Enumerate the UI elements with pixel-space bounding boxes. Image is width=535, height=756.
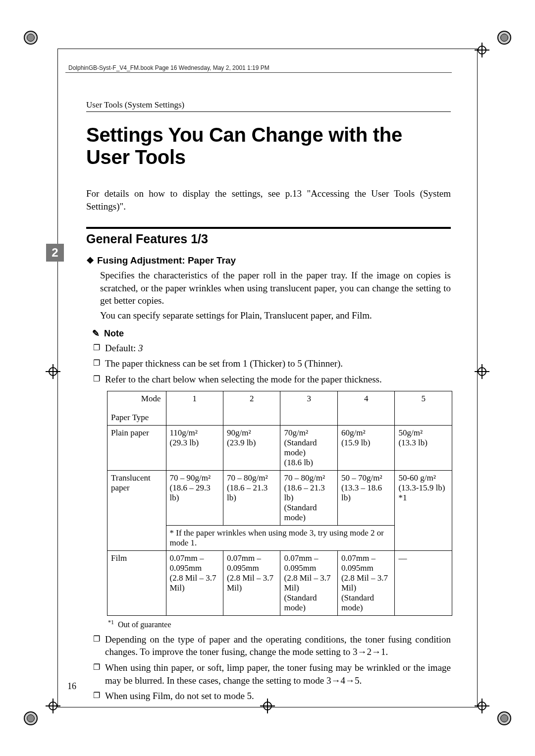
table-cell: 110g/m² (29.3 lb) bbox=[166, 425, 223, 470]
table-cell: 70g/m² (Standard mode) (18.6 lb) bbox=[280, 425, 337, 470]
table-cell: 70 – 80g/m² (18.6 – 21.3 lb) bbox=[223, 470, 280, 525]
page-content: DolphinGB-Syst-F_V4_FM.book Page 16 Wedn… bbox=[86, 64, 451, 705]
table-cell: 90g/m² (23.9 lb) bbox=[223, 425, 280, 470]
feature-paragraph: Specifies the characteristics of the pap… bbox=[100, 269, 451, 307]
intro-paragraph: For details on how to display the settin… bbox=[86, 187, 451, 213]
table-row-label: Film bbox=[107, 550, 166, 615]
table-cell: 50g/m² (13.3 lb) bbox=[395, 425, 452, 470]
section-heading: General Features 1/3 bbox=[86, 227, 451, 246]
footnote-marker: *1 bbox=[108, 619, 114, 626]
footnote-text: Out of guarantee bbox=[118, 620, 171, 629]
note-item: Default: 3 bbox=[93, 342, 451, 355]
table-header-col: 4 bbox=[337, 391, 394, 425]
note-heading: ✎ Note bbox=[92, 328, 451, 339]
page-number: 16 bbox=[67, 681, 76, 692]
diamond-icon: ❖ bbox=[86, 255, 94, 266]
table-cell: 0.07mm – 0.095mm (2.8 Mil – 3.7 Mil) bbox=[223, 550, 280, 615]
feature-paragraph: You can specify separate settings for Pl… bbox=[100, 309, 451, 322]
table-header-col: 1 bbox=[166, 391, 223, 425]
note-item: When using thin paper, or soft, limp pap… bbox=[93, 661, 451, 687]
table-row-label: Plain paper bbox=[107, 425, 166, 470]
feature-heading-text: Fusing Adjustment: Paper Tray bbox=[97, 255, 236, 266]
table-row: Film 0.07mm – 0.095mm (2.8 Mil – 3.7 Mil… bbox=[107, 550, 452, 615]
section-title: General Features 1/3 bbox=[86, 232, 451, 246]
table-header: Mode Paper Type bbox=[107, 391, 166, 425]
table-row: Translucent paper 70 – 90g/m² (18.6 – 29… bbox=[107, 470, 452, 525]
note-text: Default: bbox=[105, 343, 138, 353]
table-row: Plain paper 110g/m² (29.3 lb) 90g/m² (23… bbox=[107, 425, 452, 470]
table-cell: 50 – 70g/m² (13.3 – 18.6 lb) bbox=[337, 470, 394, 525]
note-item: The paper thickness can be set from 1 (T… bbox=[93, 357, 451, 370]
table-header-col: 5 bbox=[395, 391, 452, 425]
table-merged-note: * If the paper wrinkles when using mode … bbox=[166, 525, 395, 550]
note-item: Depending on the type of paper and the o… bbox=[93, 633, 451, 658]
table-cell: 0.07mm – 0.095mm (2.8 Mil – 3.7 Mil) (St… bbox=[337, 550, 394, 615]
table-cell: 70 – 80g/m² (18.6 – 21.3 lb) (Standard m… bbox=[280, 470, 337, 525]
mode-table: Mode Paper Type 1 2 3 4 5 Plain paper 11… bbox=[107, 391, 452, 616]
book-header: DolphinGB-Syst-F_V4_FM.book Page 16 Wedn… bbox=[65, 64, 452, 73]
table-cell: 70 – 90g/m² (18.6 – 29.3 lb) bbox=[166, 470, 223, 525]
table-header-col: 2 bbox=[223, 391, 280, 425]
note-label: Note bbox=[104, 328, 124, 338]
chapter-tab: 2 bbox=[46, 244, 64, 262]
footnote: *1 Out of guarantee bbox=[108, 619, 451, 629]
note-item: Refer to the chart below when selecting … bbox=[93, 373, 451, 386]
registration-mark-icon bbox=[24, 711, 38, 725]
table-cell: — bbox=[395, 550, 452, 615]
page-title: Settings You Can Change with the User To… bbox=[86, 124, 451, 168]
registration-mark-icon bbox=[497, 711, 511, 725]
table-cell: 50-60 g/m² (13.3-15.9 lb) *1 bbox=[395, 470, 452, 550]
feature-heading: ❖Fusing Adjustment: Paper Tray bbox=[86, 255, 451, 266]
table-cell: 0.07mm – 0.095mm (2.8 Mil – 3.7 Mil) (St… bbox=[280, 550, 337, 615]
registration-mark-icon bbox=[497, 31, 511, 45]
note-value: 3 bbox=[138, 343, 143, 353]
note-item: When using Film, do not set to mode 5. bbox=[93, 690, 451, 702]
table-cell: 0.07mm – 0.095mm (2.8 Mil – 3.7 Mil) bbox=[166, 550, 223, 615]
table-cell: 60g/m² (15.9 lb) bbox=[337, 425, 394, 470]
table-row-label: Translucent paper bbox=[107, 470, 166, 550]
running-header: User Tools (System Settings) bbox=[86, 100, 451, 112]
registration-mark-icon bbox=[24, 31, 38, 45]
pencil-icon: ✎ bbox=[92, 328, 100, 339]
table-header-col: 3 bbox=[280, 391, 337, 425]
